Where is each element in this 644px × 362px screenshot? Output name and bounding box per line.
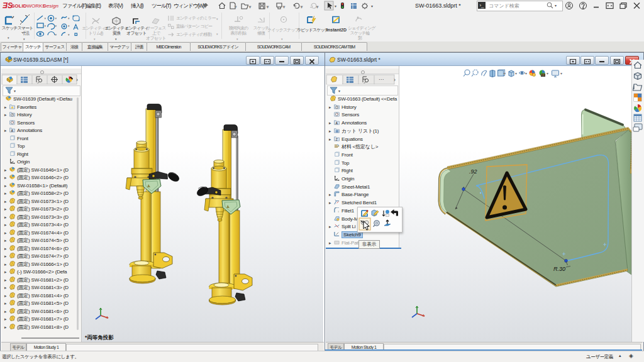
svg-text:›: › — [76, 77, 78, 83]
svg-text:▾: ▾ — [55, 24, 57, 28]
svg-text:▾: ▾ — [68, 24, 70, 28]
svg-text:›: › — [394, 77, 396, 83]
svg-text:▾: ▾ — [55, 33, 57, 36]
svg-text:▾: ▾ — [335, 4, 336, 8]
svg-text:▾: ▾ — [515, 72, 517, 75]
svg-text:▾: ▾ — [14, 89, 16, 93]
svg-text:▾: ▾ — [55, 16, 57, 20]
svg-text:▾: ▾ — [547, 72, 548, 75]
svg-text:A: A — [336, 122, 338, 125]
svg-text:▾: ▾ — [45, 16, 47, 20]
svg-text:▾: ▾ — [249, 5, 251, 9]
svg-text:▾: ▾ — [68, 16, 70, 20]
svg-text:▾: ▾ — [371, 4, 373, 8]
svg-text:▾: ▾ — [504, 72, 506, 75]
svg-text:.92: .92 — [469, 168, 477, 175]
svg-text:▾: ▾ — [338, 89, 340, 93]
svg-text:▾: ▾ — [525, 72, 527, 75]
svg-text:Design: Design — [43, 3, 58, 9]
svg-text:▾: ▾ — [68, 33, 70, 36]
svg-text:R.30: R.30 — [553, 266, 565, 272]
svg-text:▾: ▾ — [45, 24, 47, 28]
svg-text:▾: ▾ — [301, 5, 303, 9]
svg-text:⋯: ⋯ — [379, 77, 384, 82]
svg-text:SOLIDWORKS: SOLIDWORKS — [11, 3, 46, 9]
svg-text:▾: ▾ — [316, 5, 318, 9]
svg-text:▾: ▾ — [267, 5, 269, 9]
svg-text:▾: ▾ — [235, 5, 236, 9]
svg-text:▾: ▾ — [283, 5, 285, 9]
svg-text:▾: ▾ — [560, 72, 562, 75]
